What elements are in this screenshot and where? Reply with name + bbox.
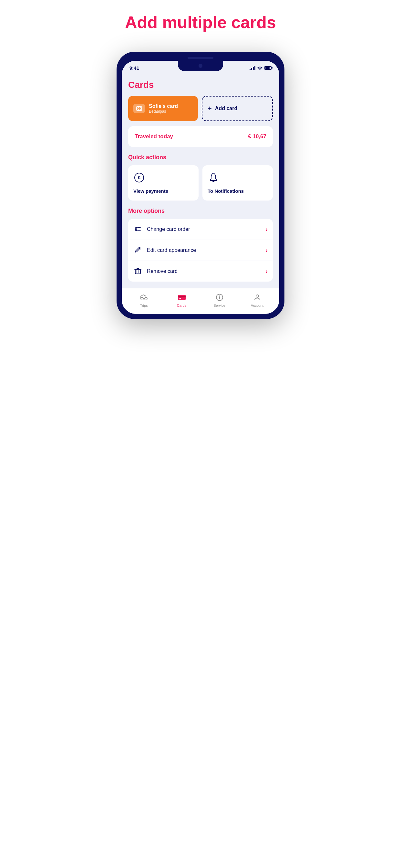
svg-rect-16 <box>178 296 186 298</box>
euro-circle-icon: € <box>133 172 145 183</box>
signal-icon <box>250 66 255 70</box>
hero-title: Add multiple cards <box>125 13 276 32</box>
trips-nav-label: Trips <box>140 304 148 307</box>
battery-icon <box>265 66 272 70</box>
traveled-amount: € 10,67 <box>248 133 266 140</box>
view-payments-label: View payments <box>133 188 193 194</box>
svg-point-12 <box>141 298 143 300</box>
card-graphic <box>136 106 142 111</box>
remove-card-button[interactable]: Remove card › <box>128 261 273 282</box>
reorder-icon <box>133 225 143 234</box>
card-name: Sofie's card <box>149 103 178 109</box>
phone-pill <box>188 57 213 59</box>
status-icons <box>250 66 272 70</box>
edit-card-appearance-button[interactable]: Edit card appearance › <box>128 240 273 261</box>
trips-icon <box>140 293 149 302</box>
more-options-header: More options <box>128 208 273 214</box>
more-options-list: Change card order › Edit card appearance… <box>128 219 273 282</box>
change-card-order-label: Change card order <box>147 226 261 232</box>
app-content: Cards Sofie's card Betaalpas + Add card <box>122 73 279 282</box>
svg-rect-7 <box>135 269 141 274</box>
traveled-box: Traveled today € 10,67 <box>128 126 273 147</box>
add-card-label: Add card <box>215 105 237 112</box>
notch-camera <box>198 64 203 68</box>
phone-frame: 9:41 <box>117 52 284 319</box>
bell-icon <box>208 172 219 183</box>
nav-trips[interactable]: Trips <box>125 293 163 307</box>
traveled-label: Traveled today <box>135 133 173 140</box>
svg-rect-2 <box>135 227 136 228</box>
notch <box>178 61 223 71</box>
svg-point-22 <box>256 295 258 298</box>
phone-screen: 9:41 <box>122 61 279 314</box>
svg-point-21 <box>219 296 220 297</box>
phone-pill-area <box>122 57 279 59</box>
svg-point-13 <box>145 298 147 300</box>
quick-actions-header: Quick actions <box>128 154 273 161</box>
trash-icon <box>133 267 143 276</box>
service-nav-label: Service <box>213 304 225 307</box>
screen-title: Cards <box>128 80 273 90</box>
nav-account[interactable]: Account <box>238 293 276 307</box>
status-time: 9:41 <box>129 65 139 71</box>
card-icon <box>133 104 145 113</box>
plus-icon: + <box>208 104 212 113</box>
cards-nav-icon <box>177 293 186 302</box>
service-icon <box>215 293 224 302</box>
svg-text:€: € <box>138 175 141 180</box>
nav-service[interactable]: Service <box>201 293 238 307</box>
wifi-icon <box>257 66 263 70</box>
view-payments-button[interactable]: € View payments <box>128 165 198 201</box>
add-card-button[interactable]: + Add card <box>202 96 273 121</box>
svg-rect-3 <box>135 229 136 231</box>
chevron-right-icon: › <box>266 226 268 233</box>
add-card-content: + Add card <box>208 104 237 113</box>
svg-point-18 <box>180 298 181 299</box>
card-type: Betaalpas <box>149 109 178 114</box>
edit-card-appearance-label: Edit card appearance <box>147 247 261 253</box>
chevron-right-icon: › <box>266 247 268 254</box>
edit-icon <box>133 246 143 255</box>
account-nav-label: Account <box>251 304 264 307</box>
notifications-button[interactable]: To Notifications <box>203 165 273 201</box>
active-card[interactable]: Sofie's card Betaalpas <box>128 96 198 121</box>
remove-card-label: Remove card <box>147 268 261 274</box>
chevron-right-icon: › <box>266 268 268 275</box>
status-bar: 9:41 <box>122 61 279 73</box>
account-icon <box>253 293 262 302</box>
notifications-label: To Notifications <box>208 188 268 194</box>
bottom-nav: Trips Cards <box>122 288 279 314</box>
cards-nav-label: Cards <box>177 304 186 307</box>
nav-cards[interactable]: Cards <box>163 293 201 307</box>
card-info: Sofie's card Betaalpas <box>149 103 178 114</box>
change-card-order-button[interactable]: Change card order › <box>128 219 273 240</box>
quick-actions-grid: € View payments To Notifications <box>128 165 273 201</box>
card-row: Sofie's card Betaalpas + Add card <box>128 96 273 121</box>
